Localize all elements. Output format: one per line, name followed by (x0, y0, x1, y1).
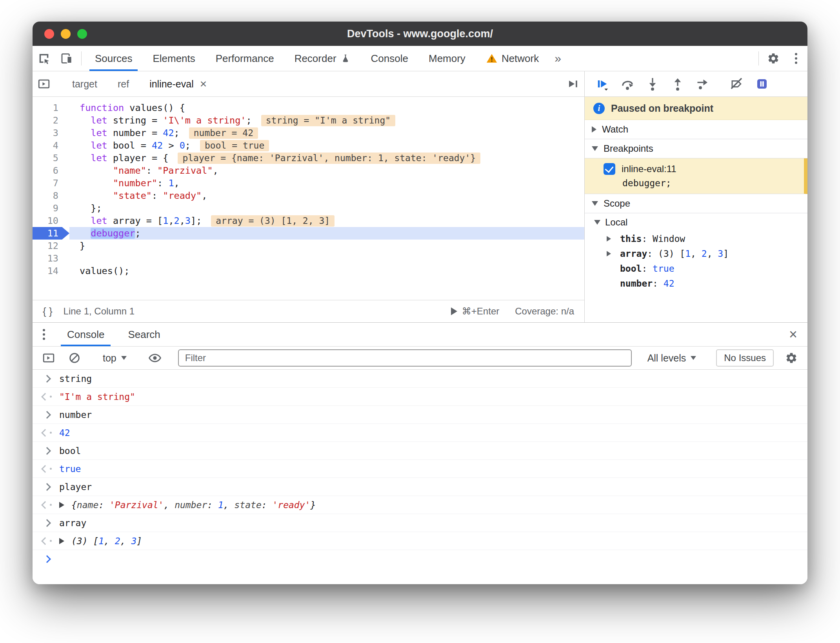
execution-line-marker[interactable]: 11 (33, 227, 69, 240)
code-line[interactable]: 8 "state": "ready", (33, 189, 584, 202)
scope-entry-this[interactable]: this: Window (585, 231, 807, 246)
breakpoints-section-header[interactable]: Breakpoints (585, 139, 807, 158)
scope-entry-bool: bool: true (585, 261, 807, 276)
breakpoint-entry[interactable]: inline-eval:11 debugger; (585, 158, 807, 194)
line-number[interactable]: 6 (33, 164, 69, 177)
line-number[interactable]: 2 (33, 114, 69, 127)
file-tab-label: ref (118, 78, 129, 90)
scope-section-header[interactable]: Scope (585, 194, 807, 213)
breakpoint-checkbox[interactable] (604, 163, 615, 175)
scope-local-header[interactable]: Local (585, 213, 807, 231)
scope-entry-array[interactable]: array: (3) [1, 2, 3] (585, 246, 807, 261)
drawer-menu-icon[interactable] (33, 329, 55, 340)
tab-elements[interactable]: Elements (147, 46, 200, 71)
code-line[interactable]: 9 }; (33, 202, 584, 214)
step-icon[interactable] (691, 74, 714, 94)
zoom-window-button[interactable] (77, 29, 87, 39)
drawer-tab-console[interactable]: Console (61, 323, 111, 346)
code-line[interactable]: 10 let array = [1,2,3];array = (3) [1, 2… (33, 214, 584, 227)
scope-entry-number: number: 42 (585, 276, 807, 291)
device-toolbar-icon[interactable] (55, 46, 78, 71)
code-line[interactable]: 2 let string = 'I\'m a string';string = … (33, 114, 584, 127)
clear-console-icon[interactable] (63, 352, 86, 364)
issues-counter[interactable]: No Issues (716, 349, 774, 367)
file-tab-inline-eval[interactable]: inline-eval × (139, 71, 217, 96)
close-drawer-icon[interactable]: × (789, 326, 797, 343)
line-number[interactable]: 14 (33, 265, 69, 277)
code-line[interactable]: 6 "name": "Parzival", (33, 164, 584, 177)
paused-message: Paused on breakpoint (611, 103, 713, 114)
file-tab-ref[interactable]: ref (107, 71, 139, 96)
code-line[interactable]: 5 let player = {player = {name: 'Parziva… (33, 152, 584, 164)
line-number[interactable]: 13 (33, 252, 69, 265)
line-number[interactable]: 1 (33, 102, 69, 114)
line-number[interactable]: 10 (33, 214, 69, 227)
tab-performance[interactable]: Performance (210, 46, 280, 71)
file-tab-target[interactable]: target (62, 71, 107, 96)
line-number[interactable]: 3 (33, 127, 69, 139)
step-into-icon[interactable] (641, 74, 664, 94)
log-levels-selector[interactable]: All levels (644, 352, 700, 364)
tab-memory-label: Memory (429, 53, 465, 65)
step-out-icon[interactable] (666, 74, 689, 94)
drawer-tab-search[interactable]: Search (122, 323, 166, 346)
resume-script-icon[interactable] (591, 74, 614, 94)
code-line[interactable]: 12} (33, 240, 584, 252)
line-number[interactable]: 4 (33, 139, 69, 152)
console-result: 42 (33, 424, 807, 442)
deactivate-breakpoints-icon[interactable] (725, 74, 748, 94)
live-expression-eye-icon[interactable] (144, 351, 166, 365)
code-line[interactable]: 7 "number": 1, (33, 177, 584, 189)
step-over-icon[interactable] (616, 74, 639, 94)
close-window-button[interactable] (44, 29, 54, 39)
minimize-window-button[interactable] (61, 29, 71, 39)
code-line[interactable]: 4 let bool = 42 > 0;bool = true (33, 139, 584, 152)
inspect-element-icon[interactable] (33, 46, 55, 71)
more-tabs-icon[interactable]: » (549, 46, 567, 71)
code-line[interactable]: 3 let number = 42;number = 42 (33, 127, 584, 139)
console-prompt[interactable] (33, 550, 807, 568)
tab-recorder[interactable]: Recorder (289, 46, 356, 71)
line-number[interactable]: 8 (33, 189, 69, 202)
code-line-paused[interactable]: 11 debugger; (33, 227, 584, 240)
code-line[interactable]: 1function values() { (33, 102, 584, 114)
command-chevron-icon (43, 411, 51, 419)
console-result-object: {name: 'Parzival', number: 1, state: 're… (33, 496, 807, 514)
pause-on-exceptions-icon[interactable] (751, 74, 773, 94)
show-console-sidebar-icon[interactable] (37, 351, 60, 365)
line-number[interactable]: 7 (33, 177, 69, 189)
tab-sources[interactable]: Sources (89, 46, 138, 71)
code-line[interactable]: 13 (33, 252, 584, 265)
more-options-icon[interactable] (785, 46, 807, 71)
main-toolbar: Sources Elements Performance Recorder Co… (33, 46, 807, 71)
line-number[interactable]: 12 (33, 240, 69, 252)
console-drawer: Console Search × top (33, 322, 807, 584)
tab-memory[interactable]: Memory (423, 46, 471, 71)
expand-icon[interactable] (607, 236, 611, 242)
watch-section-header[interactable]: Watch (585, 120, 807, 139)
code-line[interactable]: 14values(); (33, 265, 584, 277)
format-braces-icon[interactable]: { } (43, 305, 53, 318)
execution-context-selector[interactable]: top (99, 352, 131, 364)
panel-toggle-icon[interactable] (562, 77, 584, 91)
tab-network[interactable]: Network (480, 46, 544, 71)
filter-input[interactable] (178, 349, 632, 367)
settings-gear-icon[interactable] (762, 46, 785, 71)
show-navigator-icon[interactable] (33, 77, 55, 91)
tab-console[interactable]: Console (365, 46, 414, 71)
editor-pane: target ref inline-eval × 1f (33, 71, 584, 322)
code-editor[interactable]: 1function values() { 2 let string = 'I\'… (33, 97, 584, 300)
expand-icon[interactable] (607, 251, 611, 256)
log-levels-label: All levels (647, 352, 686, 364)
console-settings-gear-icon[interactable] (780, 352, 803, 364)
console-result: true (33, 460, 807, 478)
line-number[interactable]: 5 (33, 152, 69, 164)
collapse-right-icon (592, 126, 596, 133)
scope-label: Scope (604, 198, 630, 209)
inline-eval-widget: string = "I'm a string" (261, 115, 396, 126)
line-number[interactable]: 9 (33, 202, 69, 214)
expand-array-icon[interactable] (59, 538, 64, 544)
expand-object-icon[interactable] (59, 502, 64, 508)
breakpoint-location[interactable]: inline-eval:11 (622, 163, 676, 174)
close-file-tab-icon[interactable]: × (200, 78, 207, 90)
